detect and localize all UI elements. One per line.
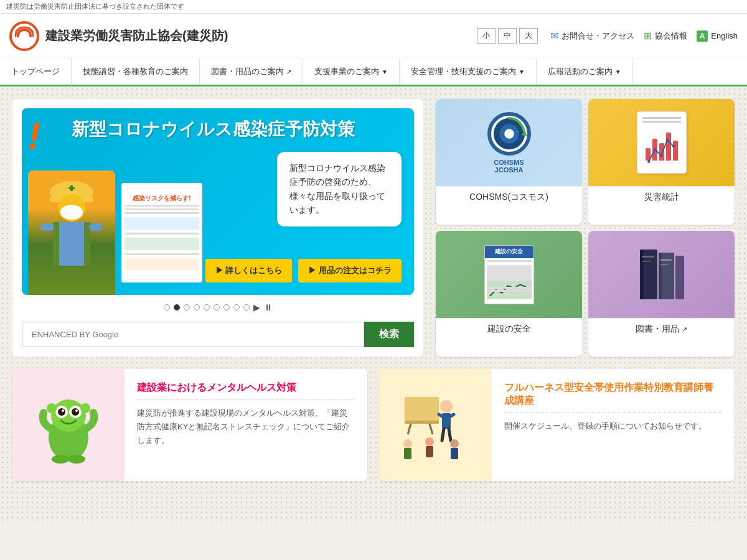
hero-btn-detail[interactable]: 詳しくはこちら [205,259,293,282]
contact-link[interactable]: ✉ お問合せ・アクセス [550,30,634,42]
font-small-button[interactable]: 小 [477,28,496,44]
nav-item-support[interactable]: 支援事業のご案内 ▼ [303,58,400,85]
svg-rect-14 [70,185,73,191]
chart-svg [646,134,679,168]
chevron-icon2: ▼ [519,68,525,75]
card-harness-title: フルハーネス型安全帯使用作業特別教育講師養成講座 [504,381,722,413]
top-bar-text: 建災防は労働災害防止団体法に基づき設立された団体です [6,2,184,11]
mag-header: 建設の安全 [485,246,533,258]
mag-line3 [487,290,532,292]
slide-dot-4[interactable] [194,304,200,310]
svg-point-19 [647,161,650,163]
slide-dot-6[interactable] [214,304,220,310]
svg-line-48 [408,424,411,434]
english-link[interactable]: A English [697,30,738,42]
svg-line-49 [430,424,433,434]
hero-slide: ! 新型コロナウイルス感染症予防対策 [22,108,414,295]
mag-line [487,260,532,262]
cohsms-logo: COHSMSJCOSHA [487,112,531,174]
tile-books[interactable]: 図書・用品 ↗ [588,231,735,357]
svg-rect-46 [405,397,439,422]
cohsms-circle [487,112,531,156]
svg-rect-33 [675,256,684,299]
svg-point-43 [80,403,90,413]
tile-safety-image: 建設の安全 [436,231,582,318]
slide-dot-1[interactable] [164,304,170,310]
svg-rect-32 [660,264,668,265]
content-row-top: ! 新型コロナウイルス感染症予防対策 [12,99,735,357]
hero-title: 新型コロナウイルス感染症予防対策 [72,118,408,141]
search-input[interactable] [22,322,364,347]
nav-item-top[interactable]: トップページ [0,58,72,86]
svg-line-55 [449,429,451,441]
tile-cohsms[interactable]: COHSMSJCOSHA COHSMS(コスモス) [436,99,582,225]
card-mental-image [12,369,125,481]
card-harness[interactable]: フルハーネス型安全帯使用作業特別教育講師養成講座 開催スケジュール、登録の手順に… [380,369,735,481]
play-button[interactable]: ▶ [253,302,260,312]
hero-container: ! 新型コロナウイルス感染症予防対策 [12,99,423,357]
svg-point-17 [504,129,514,138]
svg-rect-61 [451,448,458,459]
tile-disaster-image [588,99,735,186]
svg-point-41 [75,409,78,412]
safety-magazine: 建設の安全 [484,245,534,304]
hero-buttons: 詳しくはこちら 用品の注文はコチラ [205,259,402,282]
mag-header-text: 建設の安全 [495,248,523,256]
slide-dot-7[interactable] [223,304,230,310]
chevron-icon: ▼ [382,68,388,75]
svg-point-39 [72,408,79,416]
card-mental-text: 建災防が推進する建設現場のメンタルヘルス対策、「建災防方式健康KYと無記名ストレ… [137,406,355,447]
header-links: ✉ お問合せ・アクセス ⊞ 協会情報 A English [550,30,738,42]
tile-cohsms-label: COHSMS(コスモス) [436,186,582,208]
slide-dot-5[interactable] [204,304,210,310]
hero-worker-figure [28,170,115,295]
nav-item-safety[interactable]: 安全管理・技術支援のご案内 ▼ [400,58,537,85]
main-content: ! 新型コロナウイルス感染症予防対策 [0,86,747,522]
tile-books-label: 図書・用品 ↗ [588,318,735,340]
nav-item-pr[interactable]: 広報活動のご案内 ▼ [537,58,633,85]
nav-item-training[interactable]: 技能講習・各種教育のご案内 [72,58,200,85]
nav-item-books[interactable]: 図書・用品のご案内 ↗ [200,58,303,85]
hero-speech-bubble: 新型コロナウイルス感染症予防の啓発のため、様々な用品を取り扱っています。 [277,152,402,226]
mail-icon: ✉ [550,30,558,42]
svg-point-50 [440,400,453,413]
search-bar: 検索 [22,322,414,347]
svg-point-20 [654,148,656,151]
tile-cohsms-image: COHSMSJCOSHA [436,99,582,186]
hero-btn-order[interactable]: 用品の注文はコチラ [298,259,402,282]
svg-rect-59 [426,446,433,457]
top-bar: 建災防は労働災害防止団体法に基づき設立された団体です [0,0,747,14]
cohsms-svg [491,115,527,152]
card-mental-title: 建設業におけるメンタルヘルス対策 [137,381,355,400]
bottom-row: 建設業におけるメンタルヘルス対策 建災防が推進する建設現場のメンタルヘルス対策、… [12,369,735,481]
slide-dot-8[interactable] [233,304,240,310]
slide-dot-3[interactable] [184,304,190,310]
svg-point-44 [52,455,69,464]
slide-dot-2[interactable] [174,304,180,310]
logo-text: 建設業労働災害防止協会(建災防) [45,27,228,44]
svg-rect-31 [660,259,672,261]
mag-body [485,258,533,304]
tile-safety[interactable]: 建設の安全 [436,231,582,357]
association-link[interactable]: ⊞ 協会情報 [644,30,687,42]
pause-button[interactable]: ⏸ [264,302,273,312]
search-button[interactable]: 検索 [364,322,414,347]
tiles-grid: COHSMSJCOSHA COHSMS(コスモス) [436,99,735,357]
svg-point-56 [403,439,412,448]
svg-point-21 [660,154,662,157]
svg-point-45 [68,455,85,464]
tile-disaster[interactable]: 災害統計 [588,99,735,225]
svg-point-23 [672,145,675,147]
card-harness-body: フルハーネス型安全帯使用作業特別教育講師養成講座 開催スケジュール、登録の手順に… [492,369,735,481]
books-svg [637,243,687,306]
teacher-svg [395,385,476,465]
font-medium-button[interactable]: 中 [498,28,517,44]
tile-books-image [588,231,735,318]
svg-rect-28 [642,261,651,262]
slide-dot-9[interactable] [243,304,250,310]
card-mental[interactable]: 建設業におけるメンタルヘルス対策 建災防が推進する建設現場のメンタルヘルス対策、… [12,369,367,481]
navigation: トップページ 技能講習・各種教育のご案内 図書・用品のご案内 ↗ 支援事業のご案… [0,58,747,86]
svg-point-22 [666,139,669,141]
font-large-button[interactable]: 大 [519,28,538,44]
header: 建設業労働災害防止協会(建災防) 小 中 大 ✉ お問合せ・アクセス ⊞ 協会情… [0,14,747,58]
